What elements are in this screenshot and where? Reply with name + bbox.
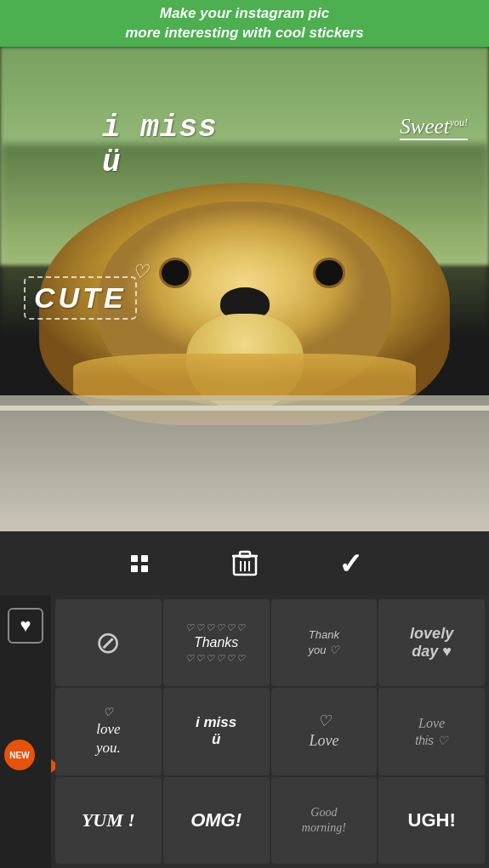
sticker-panel: ♥ NEW ⊘ ♡♡♡♡♡♡ Thanks ♡♡♡♡♡♡ Thank you ♡	[0, 595, 489, 868]
svg-rect-6	[240, 552, 250, 557]
svg-rect-3	[141, 565, 148, 572]
add-sticker-button[interactable]	[121, 545, 158, 582]
photo-area: i missü Sweetyou! ♡ CUTE	[0, 47, 489, 531]
delete-sticker-button[interactable]	[226, 545, 264, 582]
svg-rect-1	[141, 555, 148, 562]
trash-icon	[232, 549, 258, 578]
confirm-button[interactable]: ✓	[332, 545, 369, 582]
sticker-thanks[interactable]: ♡♡♡♡♡♡ Thanks ♡♡♡♡♡♡	[163, 599, 270, 686]
toolbar: ✓	[0, 531, 489, 595]
favorites-icon[interactable]: ♥	[8, 608, 43, 644]
sticker-thank-you[interactable]: Thank you ♡	[271, 599, 378, 686]
sticker-no[interactable]: ⊘	[55, 599, 162, 686]
header-banner: Make your instagram pic more interesting…	[0, 0, 489, 47]
sticker-ugh[interactable]: UGH!	[378, 777, 485, 864]
sticker-love[interactable]: ♡ Love	[271, 688, 378, 774]
sticker-love-you[interactable]: ♡ love you.	[55, 688, 162, 774]
left-sidebar: ♥ NEW	[0, 595, 51, 868]
svg-rect-0	[131, 555, 138, 562]
sticker-grid: ⊘ ♡♡♡♡♡♡ Thanks ♡♡♡♡♡♡ Thank you ♡ lovel…	[51, 595, 489, 868]
sticker-lovely-day[interactable]: lovely day ♥	[378, 599, 485, 686]
svg-rect-2	[131, 565, 138, 572]
sticker-i-miss-u[interactable]: i miss ü	[163, 688, 270, 774]
sticker-omg[interactable]: OMG!	[163, 777, 270, 864]
puppy-eye-left	[162, 260, 189, 286]
add-icon	[126, 550, 153, 577]
photo-reflection	[0, 395, 489, 531]
puppy-paws	[73, 354, 416, 400]
sticker-love-this[interactable]: Love this ♡	[378, 688, 485, 774]
puppy-eye-right	[316, 260, 343, 286]
new-badge[interactable]: NEW	[4, 740, 35, 770]
sticker-good-morning[interactable]: Good morning!	[271, 777, 378, 864]
header-text: Make your instagram pic more interesting…	[125, 4, 364, 42]
sticker-yum[interactable]: YUM !	[55, 777, 162, 864]
